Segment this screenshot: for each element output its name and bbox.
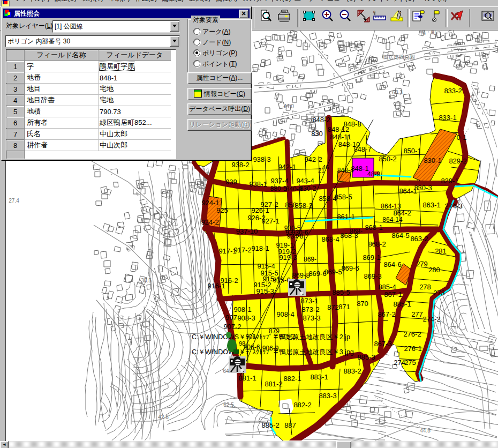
svg-text:858-5: 858-5	[334, 193, 352, 201]
svg-text:867-1: 867-1	[384, 290, 402, 298]
svg-text:924-2: 924-2	[201, 218, 218, 226]
svg-text:93: 93	[285, 229, 293, 236]
svg-text:279: 279	[416, 260, 428, 268]
svg-text:850-1: 850-1	[403, 147, 421, 155]
svg-text:274-3: 274-3	[444, 202, 462, 210]
svg-text:273: 273	[433, 289, 445, 297]
svg-text:868-: 868-	[350, 228, 363, 235]
svg-text:C:￥WINDOWS￥ﾃﾞｽｸﾄｯﾌﾟ￥鴨居原土地改良区￥3: C:￥WINDOWS￥ﾃﾞｽｸﾄｯﾌﾟ￥鴨居原土地改良区￥3.jpg	[192, 348, 354, 356]
svg-text:863-1: 863-1	[422, 201, 440, 209]
svg-text:885-1: 885-1	[393, 300, 411, 308]
svg-text:848-11: 848-11	[330, 133, 351, 141]
svg-text:280: 280	[428, 266, 440, 274]
svg-text:943-4: 943-4	[296, 177, 314, 185]
svg-text:62.5: 62.5	[223, 402, 234, 408]
svg-text:915-6: 915-6	[273, 276, 290, 284]
svg-text:21: 21	[318, 167, 325, 174]
svg-text:830: 830	[311, 130, 323, 138]
svg-text:38.5: 38.5	[141, 278, 152, 283]
svg-text:868-1: 868-1	[365, 223, 382, 232]
svg-text:916-2: 916-2	[220, 277, 238, 285]
svg-text:908-4: 908-4	[276, 310, 294, 318]
svg-text:869-: 869-	[304, 256, 316, 263]
svg-text:48-9: 48-9	[367, 170, 380, 178]
svg-text:848-1: 848-1	[351, 165, 368, 173]
svg-text:885-4: 885-4	[378, 283, 396, 291]
svg-text:830-3: 830-3	[414, 184, 432, 192]
svg-text:274: 274	[394, 359, 405, 367]
svg-text:925: 925	[216, 206, 228, 214]
svg-text:871: 871	[338, 303, 350, 311]
svg-text:868-4: 868-4	[321, 235, 339, 243]
svg-text:869-1: 869-1	[363, 253, 380, 262]
svg-text:908-1: 908-1	[233, 305, 251, 313]
svg-text:63 3: 63 3	[392, 89, 403, 95]
svg-text:927-1: 927-1	[261, 217, 279, 225]
svg-text:908-3: 908-3	[237, 314, 255, 322]
svg-text:873-2: 873-2	[301, 305, 319, 313]
svg-text:274-2: 274-2	[422, 315, 440, 323]
svg-text:850-2: 850-2	[379, 155, 396, 163]
svg-text:869-6: 869-6	[341, 264, 359, 272]
svg-text:277: 277	[411, 310, 423, 318]
svg-text:861-1: 861-1	[337, 213, 354, 221]
svg-text:0-1: 0-1	[457, 133, 467, 141]
svg-text:885-3: 885-3	[357, 353, 375, 361]
svg-text:840-8: 840-8	[286, 185, 303, 193]
svg-text:887: 887	[284, 421, 296, 429]
svg-text:942-1: 942-1	[278, 163, 296, 171]
svg-text:276-2: 276-2	[403, 330, 421, 338]
svg-text:鴨 ･ 町: 鴨 ･ 町	[420, 31, 437, 35]
svg-text:870: 870	[357, 300, 368, 308]
svg-text:917-2: 917-2	[233, 246, 251, 254]
svg-text:869-3: 869-3	[364, 272, 381, 280]
svg-text:915-3: 915-3	[256, 287, 274, 295]
svg-text:939: 939	[225, 178, 237, 186]
svg-text:278: 278	[419, 283, 431, 291]
svg-text:64: 64	[223, 368, 229, 374]
svg-text:907-2: 907-2	[223, 323, 241, 331]
svg-text:881-1: 881-1	[238, 374, 256, 382]
svg-text:829-2: 829-2	[449, 157, 466, 165]
svg-text:833-2: 833-2	[444, 87, 462, 95]
svg-text:848-12: 848-12	[328, 125, 349, 133]
svg-text:867-3: 867-3	[374, 340, 391, 348]
svg-text:鴨居第四公園: 鴨居第四公園	[383, 54, 415, 60]
svg-text:942-2: 942-2	[304, 155, 322, 163]
svg-text:848-7: 848-7	[353, 145, 371, 153]
svg-text:919-3: 919-3	[279, 253, 297, 262]
svg-text:42.6: 42.6	[158, 414, 169, 420]
svg-text:276-1: 276-1	[404, 345, 421, 353]
svg-text:858-3: 858-3	[295, 201, 312, 210]
svg-text:882-2: 882-2	[293, 401, 311, 409]
svg-text:873-3: 873-3	[303, 314, 320, 322]
svg-text:44.8: 44.8	[420, 428, 431, 434]
svg-text:864-5: 864-5	[391, 232, 409, 240]
svg-text:872: 872	[327, 303, 339, 311]
svg-text:918-1: 918-1	[251, 244, 269, 252]
svg-text:C:￥WINDOWS￥ﾃﾞｽｸﾄｯﾌﾟ￥鴨居原土地改良区￥2: C:￥WINDOWS￥ﾃﾞｽｸﾄｯﾌﾟ￥鴨居原土地改良区￥2.jp	[192, 333, 350, 341]
svg-text:937-10: 937-10	[236, 227, 258, 235]
svg-text:867-2: 867-2	[378, 310, 395, 318]
svg-text:927-2: 927-2	[260, 200, 278, 208]
svg-text:882-1: 882-1	[283, 375, 301, 383]
svg-text:883-2: 883-2	[343, 367, 361, 375]
svg-text:873-1: 873-1	[300, 297, 318, 305]
svg-text:869-8: 869-8	[292, 271, 310, 279]
svg-text:27.4: 27.4	[9, 198, 19, 204]
svg-text:883-1: 883-1	[310, 373, 328, 381]
svg-text:275: 275	[404, 359, 416, 367]
svg-text:848-2: 848-2	[312, 116, 330, 124]
svg-text:44.0: 44.0	[283, 103, 294, 109]
svg-text:868-2: 868-2	[368, 240, 386, 248]
svg-text:864-14: 864-14	[382, 216, 403, 223]
svg-text:881-2: 881-2	[265, 380, 282, 388]
svg-text:863-2: 863-2	[410, 235, 428, 243]
svg-text:885-5: 885-5	[332, 288, 350, 296]
svg-text:830-1: 830-1	[424, 156, 441, 165]
svg-text:880-5: 880-5	[270, 185, 287, 192]
svg-text:98: 98	[239, 340, 245, 347]
svg-text:864-6: 864-6	[383, 260, 401, 268]
svg-text:848-4: 848-4	[337, 167, 354, 174]
svg-text:869-5: 869-5	[324, 268, 342, 276]
